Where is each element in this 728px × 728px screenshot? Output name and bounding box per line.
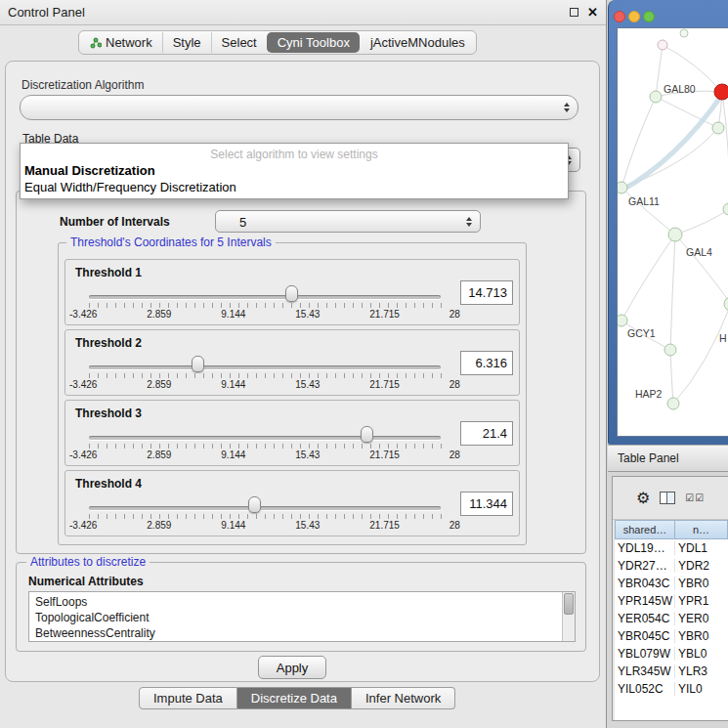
table-header-row: shared… n… <box>615 520 728 539</box>
threshold-label: Threshold 1 <box>75 266 142 279</box>
float-window-icon[interactable] <box>570 8 578 17</box>
tab-infer-network[interactable]: Infer Network <box>352 687 455 709</box>
algorithm-dropdown[interactable] <box>20 95 578 120</box>
scale-label: 15.43 <box>295 520 320 531</box>
node[interactable] <box>724 297 728 311</box>
numerical-attributes-list[interactable]: SelfLoopsTopologicalCoefficientBetweenne… <box>28 591 576 642</box>
threshold-card: Threshold 2 -3.4262.8599.14415.4321.7152… <box>64 329 520 396</box>
table-row[interactable]: YPR145WYPR1 <box>615 592 728 610</box>
slider-ticks <box>89 444 442 449</box>
slider-track[interactable] <box>89 506 441 510</box>
table-row[interactable]: YER054CYER0 <box>615 610 728 627</box>
table-toolbar: ⚙ ☑☑ <box>613 477 728 520</box>
node-selected-red[interactable] <box>714 84 728 100</box>
scale-label: 28 <box>450 450 460 460</box>
table-row[interactable]: YDL19…YDL1 <box>615 539 728 557</box>
node-hap2[interactable] <box>667 398 679 409</box>
zoom-traffic-light-icon[interactable] <box>643 11 655 22</box>
table-cell: YIL052C <box>615 682 675 696</box>
table-cell: YER054C <box>615 612 675 625</box>
threshold-value-box[interactable]: 6.316 <box>460 351 513 375</box>
dropdown-option-manual-discretization[interactable]: Manual Discretization <box>21 162 568 179</box>
control-panel-titlebar: Control Panel ✕ <box>0 0 606 25</box>
attribute-item[interactable]: BetweennessCentrality <box>35 625 575 641</box>
tab-impute-data[interactable]: Impute Data <box>139 687 237 709</box>
slider-thumb[interactable] <box>248 496 261 513</box>
apply-button[interactable]: Apply <box>258 656 326 679</box>
node-label-gal11: GAL11 <box>628 195 660 207</box>
node-gcy1[interactable] <box>618 315 627 326</box>
slider-scale-labels: -3.4262.8599.14415.4321.71528 <box>69 309 460 320</box>
node-table: shared… n… YDL19…YDL1YDR27…YDR2YBR043CYB… <box>615 520 728 720</box>
table-panel-header: Table Panel <box>608 445 728 472</box>
network-canvas[interactable]: GAL80 GAL11 GAL4 GCY1 HAP2 H <box>617 27 728 437</box>
slider-track[interactable] <box>89 295 441 299</box>
close-icon[interactable]: ✕ <box>587 6 598 19</box>
column-layout-icon[interactable] <box>660 492 675 504</box>
algorithm-section-label: Discretization Algorithm <box>21 78 144 92</box>
threshold-value-box[interactable]: 11.344 <box>460 492 513 516</box>
scale-label: 2.859 <box>147 379 171 390</box>
slider-thumb[interactable] <box>192 356 204 372</box>
threshold-label: Threshold 3 <box>75 407 142 420</box>
attribute-item[interactable]: SelfLoops <box>35 594 575 610</box>
control-panel-window: Control Panel ✕ Network Style Select Cyn… <box>0 0 607 728</box>
threshold-card: Threshold 4 -3.4262.8599.14415.4321.7152… <box>64 470 520 536</box>
tab-network[interactable]: Network <box>80 32 162 53</box>
tab-label: Impute Data <box>153 691 223 706</box>
number-of-intervals-value: 5 <box>239 214 246 229</box>
table-row[interactable]: YDR27…YDR2 <box>615 557 728 575</box>
minimize-traffic-light-icon[interactable] <box>628 11 640 22</box>
node-gal11[interactable] <box>618 182 627 193</box>
dropdown-placeholder-option[interactable]: Select algorithm to view settings <box>21 146 568 162</box>
tab-select[interactable]: Select <box>211 32 267 53</box>
node[interactable] <box>680 29 688 37</box>
scale-label: 21.715 <box>369 520 400 531</box>
table-cell: YER0 <box>675 612 728 625</box>
spinner-arrows-icon <box>466 217 472 227</box>
table-row[interactable]: YIL052CYIL0 <box>615 680 728 698</box>
tab-discretize-data[interactable]: Discretize Data <box>237 687 352 709</box>
table-row[interactable]: YBR043CYBR0 <box>615 575 728 592</box>
node-gal4[interactable] <box>668 228 682 241</box>
tab-label: Discretize Data <box>251 691 337 706</box>
node[interactable] <box>664 344 676 356</box>
network-view-window: GAL80 GAL11 GAL4 GCY1 HAP2 H <box>608 0 728 445</box>
table-cell: YDL1 <box>675 541 728 555</box>
slider-track[interactable] <box>89 365 441 369</box>
attribute-item[interactable]: TopologicalCoefficient <box>35 610 575 625</box>
node[interactable] <box>712 122 724 134</box>
column-header-name[interactable]: n… <box>675 520 728 539</box>
table-cell: YBL0 <box>675 647 728 661</box>
node[interactable] <box>723 203 728 215</box>
node-gal80[interactable] <box>650 91 662 103</box>
gear-icon[interactable]: ⚙ <box>636 491 650 506</box>
number-of-intervals-select[interactable]: 5 <box>215 210 481 233</box>
scale-label: 28 <box>450 309 460 320</box>
table-row[interactable]: YBR045CYBR0 <box>615 627 728 645</box>
slider-thumb[interactable] <box>361 426 373 443</box>
threshold-value-box[interactable]: 14.713 <box>460 280 513 305</box>
slider-thumb[interactable] <box>285 285 298 302</box>
table-row[interactable]: YBL079WYBL0 <box>615 645 728 663</box>
column-header-shared-name[interactable]: shared… <box>615 520 675 539</box>
number-of-intervals-label: Number of Intervals <box>60 215 170 229</box>
tab-jactivemodules[interactable]: jActiveMNodules <box>360 32 475 53</box>
node[interactable] <box>658 40 667 50</box>
close-traffic-light-icon[interactable] <box>614 11 625 22</box>
slider-track[interactable] <box>89 436 441 440</box>
scale-label: 21.715 <box>369 379 400 390</box>
table-cell: YDR2 <box>675 559 728 573</box>
table-row[interactable]: YLR345WYLR3 <box>615 663 728 680</box>
tab-style[interactable]: Style <box>162 32 211 53</box>
scale-label: 15.43 <box>295 450 320 460</box>
table-panel-title: Table Panel <box>618 451 679 465</box>
slider-ticks <box>89 514 442 519</box>
scrollbar-thumb[interactable] <box>564 593 574 615</box>
checkbox-columns-icon[interactable]: ☑☑ <box>685 492 705 503</box>
dropdown-option-equal-width[interactable]: Equal Width/Frequency Discretization <box>21 179 568 195</box>
list-scrollbar[interactable] <box>562 592 575 641</box>
threshold-value-box[interactable]: 21.4 <box>460 421 513 446</box>
slider-ticks <box>89 303 442 308</box>
tab-cyni-toolbox[interactable]: Cyni Toolbox <box>267 32 360 53</box>
